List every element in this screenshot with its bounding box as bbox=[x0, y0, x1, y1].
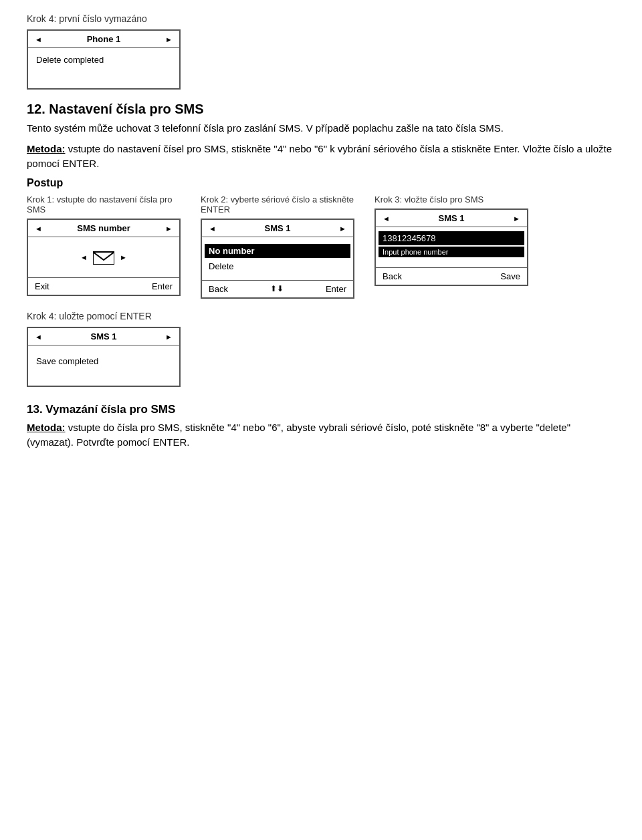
sms-step1-label: Krok 1: vstupte do nastavení čísla pro S… bbox=[27, 194, 181, 215]
sms-device2-back: Back bbox=[209, 284, 228, 294]
sms-device1-exit: Exit bbox=[35, 281, 49, 291]
left-arrow-icon-d1 bbox=[35, 223, 42, 233]
section12-title: 12. Nastavení čísla pro SMS bbox=[27, 102, 615, 117]
metoda-text: vstupte do nastavení čísel pro SMS, stis… bbox=[27, 143, 612, 170]
left-arrow-icon-d2 bbox=[209, 223, 216, 233]
sms-device2-body: No number Delete bbox=[202, 237, 353, 280]
sms-device1-title: SMS number bbox=[77, 223, 130, 233]
envelope-icon bbox=[93, 250, 114, 265]
sms-device4-header: SMS 1 bbox=[28, 328, 179, 345]
sms-device4-status: Save completed bbox=[36, 356, 98, 366]
sms-steps-row: Krok 1: vstupte do nastavení čísla pro S… bbox=[27, 194, 615, 299]
postup-label: Postup bbox=[27, 177, 615, 189]
sms-step4-label: Krok 4: uložte pomocí ENTER bbox=[27, 311, 615, 321]
sms-device1-header: SMS number bbox=[28, 220, 179, 237]
sms-device3-number: 13812345678 bbox=[379, 231, 524, 245]
sms-device3-footer: Back Save bbox=[376, 267, 527, 285]
phone-delete-header: Phone 1 bbox=[28, 31, 179, 48]
section13-metoda-label: Metoda: bbox=[27, 422, 66, 433]
sms-device2-enter: Enter bbox=[326, 284, 346, 294]
section12-metoda: Metoda: vstupte do nastavení čísel pro S… bbox=[27, 142, 615, 172]
metoda-label: Metoda: bbox=[27, 143, 66, 154]
sms-device4-title: SMS 1 bbox=[90, 331, 116, 341]
left-arrow-icon-d4 bbox=[35, 331, 42, 341]
sms-step2-label: Krok 2: vyberte sériové číslo a stisknět… bbox=[201, 194, 354, 215]
sms-device2-header: SMS 1 bbox=[202, 220, 353, 237]
section13-metoda: Metoda: vstupte do čísla pro SMS, stiskn… bbox=[27, 420, 615, 450]
sms-step2-col: Krok 2: vyberte sériové číslo a stisknět… bbox=[201, 194, 354, 299]
phone-delete-status: Delete completed bbox=[36, 55, 104, 65]
step4-delete-label: Krok 4: první číslo vymazáno bbox=[27, 13, 615, 24]
phone-delete-title: Phone 1 bbox=[87, 34, 121, 44]
sms-step3-col: Krok 3: vložte číslo pro SMS SMS 1 13812… bbox=[374, 194, 528, 286]
sms-device3-body: 13812345678 Input phone number bbox=[376, 227, 527, 267]
sms-device3-input-label: Input phone number bbox=[379, 247, 524, 257]
section-12: 12. Nastavení čísla pro SMS Tento systém… bbox=[27, 102, 615, 387]
section13-metoda-text: vstupte do čísla pro SMS, stiskněte "4" … bbox=[27, 422, 570, 448]
section13-title: 13. Vymazání čísla pro SMS bbox=[27, 403, 615, 416]
sms-device3: SMS 1 13812345678 Input phone number Bac… bbox=[374, 208, 528, 286]
sms-device1-body bbox=[28, 237, 179, 277]
sms-device3-save: Save bbox=[500, 271, 520, 281]
left-arrow-icon bbox=[35, 34, 42, 44]
right-arrow-icon-d3 bbox=[513, 213, 520, 223]
right-arrow-icon bbox=[165, 34, 173, 44]
section-13: 13. Vymazání čísla pro SMS Metoda: vstup… bbox=[27, 403, 615, 450]
sms-device4-body: Save completed bbox=[28, 345, 179, 386]
sms-device2-row1: No number bbox=[205, 244, 350, 258]
right-arrow-env-icon bbox=[120, 252, 127, 262]
sms-device3-title: SMS 1 bbox=[438, 213, 464, 223]
right-arrow-icon-d2 bbox=[339, 223, 346, 233]
sms-device2-footer: Back ⬆⬇ Enter bbox=[202, 280, 353, 297]
phone-delete-device: Phone 1 Delete completed bbox=[27, 29, 181, 90]
sms-step3-label: Krok 3: vložte číslo pro SMS bbox=[374, 194, 528, 204]
left-arrow-env-icon bbox=[80, 252, 88, 262]
section12-para1: Tento systém může uchovat 3 telefonní čí… bbox=[27, 121, 615, 136]
right-arrow-icon-d4 bbox=[165, 331, 173, 341]
step4-delete-section: Krok 4: první číslo vymazáno Phone 1 Del… bbox=[27, 13, 615, 90]
sms-device3-back: Back bbox=[383, 271, 402, 281]
sms-device2-row2: Delete bbox=[205, 259, 350, 273]
right-arrow-icon-d1 bbox=[165, 223, 173, 233]
sms-device1: SMS number Exit Enter bbox=[27, 219, 181, 296]
sms-device2-title: SMS 1 bbox=[264, 223, 290, 233]
sms-step4-section: Krok 4: uložte pomocí ENTER SMS 1 Save c… bbox=[27, 311, 615, 387]
sms-step1-col: Krok 1: vstupte do nastavení čísla pro S… bbox=[27, 194, 181, 296]
sms-device4: SMS 1 Save completed bbox=[27, 327, 181, 387]
sms-device1-footer: Exit Enter bbox=[28, 277, 179, 295]
sort-icon: ⬆⬇ bbox=[270, 284, 284, 294]
phone-delete-body: Delete completed bbox=[28, 48, 179, 88]
sms-device2: SMS 1 No number Delete Back ⬆⬇ Enter bbox=[201, 219, 354, 299]
sms-device1-enter: Enter bbox=[152, 281, 173, 291]
left-arrow-icon-d3 bbox=[383, 213, 390, 223]
sms-device3-header: SMS 1 bbox=[376, 210, 527, 227]
